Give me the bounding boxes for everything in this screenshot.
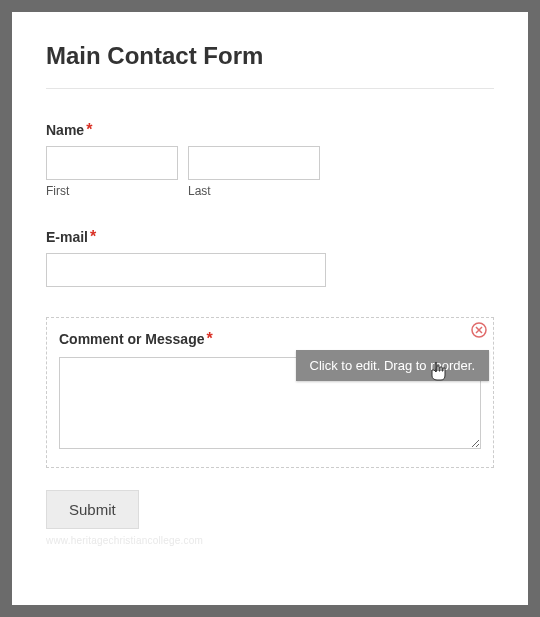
name-label: Name	[46, 122, 84, 138]
email-label: E-mail	[46, 229, 88, 245]
close-icon[interactable]	[471, 322, 487, 338]
last-name-input[interactable]	[188, 146, 320, 180]
email-input[interactable]	[46, 253, 326, 287]
required-mark: *	[206, 330, 212, 347]
submit-button[interactable]: Submit	[46, 490, 139, 529]
first-name-sublabel: First	[46, 184, 178, 198]
last-name-sublabel: Last	[188, 184, 320, 198]
name-field: Name* First Last	[46, 121, 494, 198]
required-mark: *	[90, 228, 96, 245]
edit-tooltip: Click to edit. Drag to reorder.	[296, 350, 489, 381]
page-title: Main Contact Form	[46, 42, 494, 70]
comment-label: Comment or Message	[59, 331, 204, 347]
required-mark: *	[86, 121, 92, 138]
comment-field[interactable]: Comment or Message* Click to edit. Drag …	[46, 317, 494, 468]
watermark-text: www.heritagechristiancollege.com	[46, 535, 494, 546]
first-name-input[interactable]	[46, 146, 178, 180]
form-panel: Main Contact Form Name* First Last E-mai…	[12, 12, 528, 605]
email-field: E-mail*	[46, 228, 494, 287]
divider	[46, 88, 494, 89]
